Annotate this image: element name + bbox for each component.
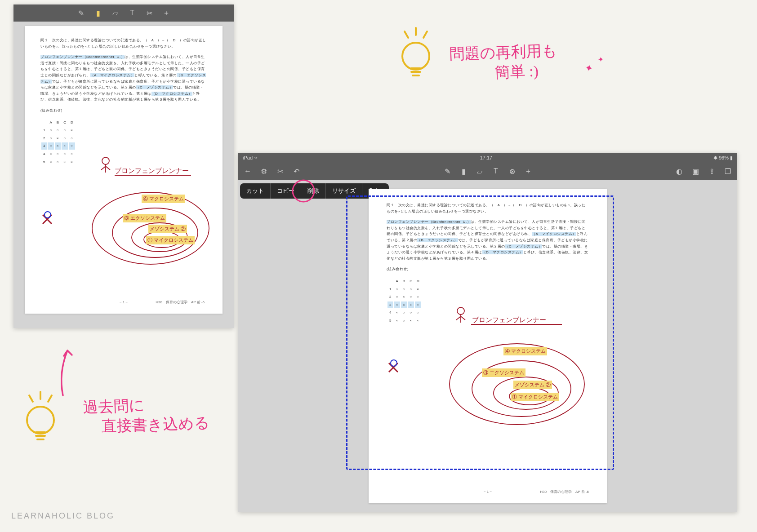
document-page-left: 問１ 次の文は、発達に関する理論についての記述である。（ A ）～（ D ）の語… — [25, 26, 223, 314]
eraser-icon[interactable]: ▱ — [476, 167, 484, 175]
svg-line-1 — [405, 31, 408, 38]
svg-point-15 — [293, 180, 314, 202]
lasso-icon[interactable]: ⊗ — [508, 167, 516, 175]
answer-table: ABCD 1○○○× 2○×○○ 3○××○ 4×○○○ 5×○×× — [40, 118, 76, 167]
text-icon[interactable]: T — [492, 167, 500, 175]
svg-point-7 — [27, 407, 54, 434]
question-title: 問１ 次の文は、発達に関する理論についての記述である。（ A ）～（ D ）の語… — [40, 37, 207, 49]
selection-lasso[interactable] — [346, 195, 614, 470]
text-icon[interactable]: T — [128, 9, 136, 17]
question-body: ブロンフェンブレンナー（Bronfenbrenner, U.）は、生態学的システ… — [40, 54, 207, 103]
toolbar-left: ✎ ▮ ▱ T ✂ ＋ — [13, 4, 234, 22]
share-icon[interactable]: ⇪ — [708, 167, 716, 175]
back-icon[interactable]: ← — [244, 167, 252, 175]
svg-line-6 — [48, 395, 52, 402]
eraser-icon[interactable]: ▱ — [111, 9, 119, 17]
lasso-icon[interactable]: ✂ — [145, 9, 153, 17]
undo-icon[interactable]: ↶ — [292, 167, 300, 175]
highlighter-icon[interactable]: ▮ — [94, 9, 102, 17]
menu-cut[interactable]: カット — [240, 183, 271, 199]
add-icon[interactable]: ＋ — [524, 167, 532, 175]
scissors-icon[interactable]: ✂ — [276, 167, 284, 175]
add-icon[interactable]: ＋ — [162, 9, 170, 17]
pen-icon[interactable]: ✎ — [443, 167, 451, 175]
svg-point-12 — [102, 157, 109, 164]
right-app-panel: iPad ᯤ 17:17 ✱ 96% ▮ ← ⚙ ✂ ↶ ✎ ▮ ▱ T ⊗ ＋… — [238, 153, 737, 512]
gear-icon[interactable]: ⚙ — [260, 167, 268, 175]
blog-footer: LEARNAHOLIC BLOG — [11, 511, 115, 521]
hand-note-write: 過去問に 直接書き込める — [83, 393, 210, 437]
svg-point-3 — [402, 43, 429, 70]
svg-point-13 — [45, 212, 51, 218]
highlighter-icon[interactable]: ▮ — [459, 167, 468, 175]
pen-icon[interactable]: ✎ — [77, 9, 85, 17]
inbox-icon[interactable]: ▣ — [691, 167, 699, 175]
left-app-panel: ✎ ▮ ▱ T ✂ ＋ 問１ 次の文は、発達に関する理論についての記述である。（… — [13, 4, 234, 328]
svg-line-5 — [29, 395, 33, 402]
svg-line-2 — [423, 31, 427, 38]
tool-icon[interactable]: ◐ — [675, 167, 683, 175]
ipad-statusbar: iPad ᯤ 17:17 ✱ 96% ▮ — [238, 153, 737, 163]
hand-note-reuse: 問題の再利用も 簡単 :) ✦ ✦ — [449, 41, 558, 84]
pages-icon[interactable]: ❐ — [724, 167, 732, 175]
